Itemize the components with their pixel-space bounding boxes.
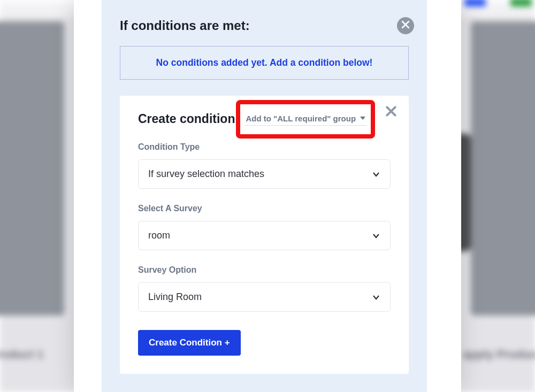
chevron-down-icon: [372, 293, 380, 302]
close-card-button[interactable]: [385, 105, 397, 117]
survey-option-label: Survey Option: [138, 265, 391, 275]
card-title: Create condition: [138, 112, 235, 126]
condition-type-value: If survey selection matches: [148, 168, 264, 180]
caret-down-icon: [360, 117, 365, 120]
bg-left-product-label: Product 1: [0, 348, 43, 362]
modal: If conditions are met: No conditions add…: [74, 0, 461, 392]
select-survey-value: room: [148, 230, 170, 241]
bg-right-product-label: apply Product 3: [463, 348, 535, 362]
close-panel-button[interactable]: [397, 17, 414, 34]
chevron-down-icon: [372, 170, 380, 179]
condition-type-select[interactable]: If survey selection matches: [138, 159, 391, 189]
conditions-panel: If conditions are met: No conditions add…: [102, 0, 427, 392]
chevron-down-icon: [372, 232, 380, 240]
condition-type-label: Condition Type: [138, 142, 391, 152]
group-dropdown[interactable]: Add to "ALL required" group: [244, 113, 366, 126]
create-condition-card: Create condition Add to "ALL required" g…: [120, 96, 409, 374]
group-dropdown-label: Add to "ALL required" group: [246, 114, 356, 123]
create-condition-button[interactable]: Create Condition +: [138, 330, 241, 356]
survey-option-select[interactable]: Living Room: [138, 282, 391, 312]
panel-title: If conditions are met:: [120, 18, 409, 33]
close-icon: [385, 110, 397, 119]
select-survey-select[interactable]: room: [138, 221, 391, 250]
no-conditions-notice: No conditions added yet. Add a condition…: [120, 46, 409, 80]
select-survey-label: Select A Survey: [138, 204, 391, 213]
close-icon: [402, 21, 409, 30]
survey-option-value: Living Room: [148, 291, 202, 303]
